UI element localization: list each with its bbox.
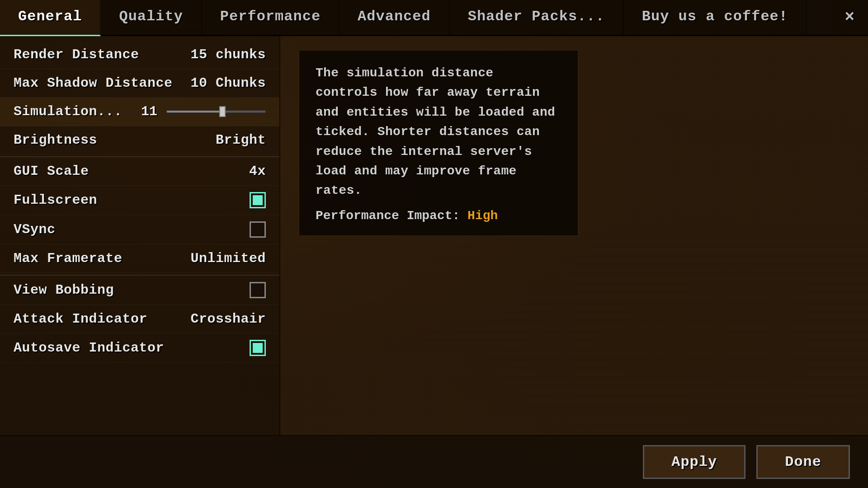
- apply-button[interactable]: Apply: [643, 445, 745, 479]
- slider-thumb-simulation[interactable]: [219, 106, 226, 117]
- content-area: Render Distance15 chunksMax Shadow Dista…: [0, 36, 868, 435]
- settings-panel: Render Distance15 chunksMax Shadow Dista…: [0, 36, 280, 435]
- setting-row-fullscreen[interactable]: Fullscreen: [0, 186, 279, 215]
- slider-container-simulation: 11: [141, 104, 266, 119]
- setting-row-max-framerate[interactable]: Max FramerateUnlimited: [0, 244, 279, 273]
- slider-value-simulation: 11: [141, 104, 159, 119]
- close-button[interactable]: ×: [831, 0, 868, 35]
- info-box: The simulation distance controls how far…: [298, 50, 579, 236]
- setting-row-view-bobbing[interactable]: View Bobbing: [0, 275, 279, 305]
- slider-fill-simulation: [167, 111, 221, 113]
- setting-label-gui-scale: GUI Scale: [14, 164, 89, 179]
- setting-label-autosave-indicator: Autosave Indicator: [14, 340, 164, 356]
- setting-label-simulation: Simulation...: [14, 104, 123, 119]
- setting-row-vsync[interactable]: VSync: [0, 215, 279, 244]
- setting-value-max-framerate: Unlimited: [190, 251, 266, 266]
- tab-buy-coffee[interactable]: Buy us a coffee!: [624, 0, 807, 35]
- setting-label-fullscreen: Fullscreen: [14, 192, 97, 208]
- setting-row-attack-indicator[interactable]: Attack IndicatorCrosshair: [0, 305, 279, 333]
- setting-value-render-distance: 15 chunks: [190, 47, 266, 62]
- tab-shader-packs[interactable]: Shader Packs...: [450, 0, 624, 35]
- setting-label-attack-indicator: Attack Indicator: [14, 311, 147, 327]
- tab-bar: GeneralQualityPerformanceAdvancedShader …: [0, 0, 868, 36]
- setting-label-max-shadow-distance: Max Shadow Distance: [14, 75, 173, 91]
- setting-label-render-distance: Render Distance: [14, 47, 139, 62]
- setting-value-brightness: Bright: [216, 132, 266, 148]
- checkbox-fullscreen[interactable]: [250, 192, 266, 208]
- setting-row-gui-scale[interactable]: GUI Scale4x: [0, 156, 279, 186]
- checkbox-inner-autosave-indicator: [253, 343, 263, 353]
- setting-row-simulation[interactable]: Simulation...11: [0, 98, 279, 126]
- info-description: The simulation distance controls how far…: [316, 63, 561, 201]
- performance-label: Performance Impact:: [316, 209, 460, 223]
- bottom-bar: Apply Done: [0, 435, 868, 488]
- checkbox-vsync[interactable]: [250, 221, 266, 238]
- tab-general[interactable]: General: [0, 0, 101, 36]
- setting-label-brightness: Brightness: [14, 132, 97, 148]
- setting-value-max-shadow-distance: 10 Chunks: [190, 75, 266, 91]
- setting-row-brightness[interactable]: BrightnessBright: [0, 126, 279, 155]
- setting-label-max-framerate: Max Framerate: [14, 251, 123, 266]
- performance-value: High: [467, 209, 498, 223]
- setting-label-view-bobbing: View Bobbing: [14, 282, 114, 298]
- done-button[interactable]: Done: [756, 445, 850, 479]
- slider-track-simulation[interactable]: [166, 110, 266, 113]
- setting-row-autosave-indicator[interactable]: Autosave Indicator: [0, 333, 279, 363]
- setting-value-gui-scale: 4x: [249, 164, 266, 179]
- info-performance: Performance Impact: High: [316, 209, 561, 223]
- checkbox-autosave-indicator[interactable]: [250, 340, 266, 356]
- info-panel: The simulation distance controls how far…: [280, 36, 868, 435]
- checkbox-inner-fullscreen: [253, 195, 263, 205]
- setting-row-render-distance[interactable]: Render Distance15 chunks: [0, 41, 279, 69]
- checkbox-view-bobbing[interactable]: [250, 282, 266, 298]
- tab-quality[interactable]: Quality: [101, 0, 202, 35]
- tab-advanced[interactable]: Advanced: [340, 0, 450, 35]
- setting-label-vsync: VSync: [14, 222, 56, 237]
- setting-row-max-shadow-distance[interactable]: Max Shadow Distance10 Chunks: [0, 69, 279, 98]
- setting-value-attack-indicator: Crosshair: [190, 311, 266, 327]
- tab-performance[interactable]: Performance: [202, 0, 340, 35]
